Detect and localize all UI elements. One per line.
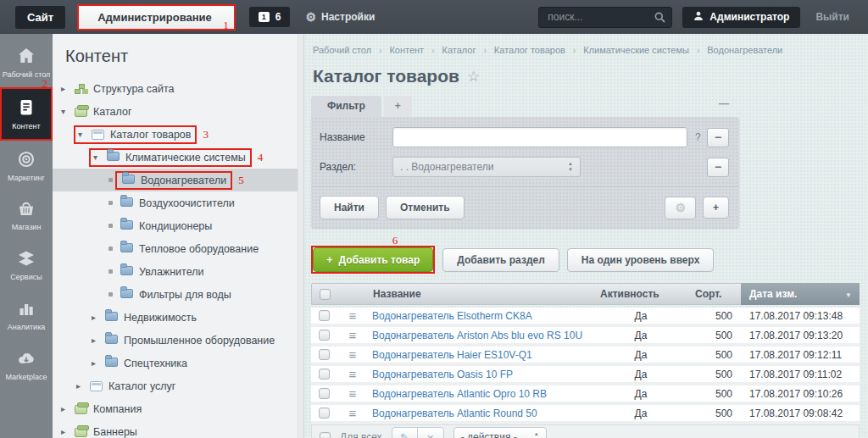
search-input[interactable] [538,7,672,28]
sidebar-item-marketing[interactable]: Маркетинг [0,141,53,191]
sort-desc-icon[interactable] [845,288,852,300]
add-product-button[interactable]: + Добавить товар [313,247,433,272]
sidebar-item-shop[interactable]: Магазин [0,190,53,240]
sidebar-item-analytics[interactable]: Аналитика [0,290,53,340]
row-checkbox[interactable] [319,349,330,360]
cancel-button[interactable]: Отменить [386,196,465,219]
notifications-button[interactable]: 1 6 [249,7,291,27]
user-label: Администратор [709,11,789,23]
filter-settings-button[interactable] [665,197,696,219]
product-link[interactable]: Водонагреватель Oasis 10 FP [372,369,513,380]
remove-name-filter-button[interactable]: − [707,128,729,147]
tree-item-banners[interactable]: Баннеры [53,420,298,438]
chevron-right-icon[interactable] [92,336,103,345]
cell-sort: 500 [688,347,741,363]
chevron-right-icon[interactable] [92,359,103,368]
breadcrumb-item[interactable]: Рабочий стол [313,45,371,55]
sidebar-item-label: Контент [12,122,40,131]
breadcrumb-item[interactable]: Каталог [442,45,476,55]
filter-tab[interactable]: Фильтр [311,96,381,117]
user-menu-button[interactable]: Администратор [682,7,800,28]
row-menu-icon[interactable] [349,309,357,322]
chevron-down-icon[interactable] [78,130,89,139]
table-footer: Для всех - действия - [311,424,860,438]
chevron-right-icon[interactable] [61,405,72,413]
chevron-right-icon[interactable] [76,382,87,391]
add-section-button[interactable]: Добавить раздел [442,248,559,272]
row-menu-icon[interactable] [349,387,357,400]
name-filter-input[interactable] [392,127,687,147]
row-checkbox[interactable] [319,369,330,380]
chevron-right-icon[interactable] [61,85,72,93]
help-icon[interactable]: ? [695,131,701,143]
column-header-sort[interactable]: Сорт. [688,284,741,304]
row-menu-icon[interactable] [349,368,357,380]
product-link[interactable]: Водонагреватель Haier ES10V-Q1 [372,349,532,361]
panel-splitter[interactable] [298,34,304,438]
row-checkbox[interactable] [319,408,330,419]
tree-item-air-purifiers[interactable]: Воздухоочистители [53,191,298,214]
column-header-date[interactable]: Дата изм. [741,283,860,305]
column-header-active[interactable]: Активность [593,284,688,304]
tree-item-air-conditioners[interactable]: Кондиционеры [53,214,298,237]
sidebar-item-content[interactable]: 2 Контент [0,87,53,141]
bullet-icon [107,224,118,228]
tree-item-water-heaters[interactable]: Водонагреватели 5 [53,169,298,191]
tree-item-climate-systems[interactable]: Климатические системы 4 [53,146,298,169]
level-up-button[interactable]: На один уровень вверх [567,248,715,272]
tree-item-catalog[interactable]: Каталог [53,100,298,123]
tree-item-heating-equipment[interactable]: Тепловое оборудование [53,237,298,260]
row-checkbox[interactable] [319,388,330,399]
tree-item-industrial-equipment[interactable]: Промышленное оборудование [53,329,298,352]
section-select[interactable]: . . Водонагреватели [392,157,581,177]
for-all-checkbox[interactable] [320,432,331,438]
delete-button[interactable] [418,428,443,438]
star-icon[interactable] [467,68,480,86]
chevron-right-icon[interactable] [61,428,72,436]
settings-button[interactable]: Настройки [305,11,375,23]
tree-item-product-catalog[interactable]: Каталог товаров 3 [53,123,298,146]
product-link[interactable]: Водонагреватель Atlantic Opro 10 RB [372,388,547,400]
tree-item-company[interactable]: Компания [53,397,298,420]
site-tab[interactable]: Сайт [15,6,65,29]
breadcrumb-item[interactable]: Климатические системы [583,45,689,55]
annotation-number-4: 4 [258,152,264,163]
section-select-value: . . Водонагреватели [400,161,493,173]
actions-select[interactable]: - действия - [453,427,547,438]
tree-item-real-estate[interactable]: Недвижимость [53,306,298,329]
folder-icon [105,312,118,321]
product-link[interactable]: Водонагреватель Elsotherm CK8A [372,310,532,322]
breadcrumb-item[interactable]: Каталог товаров [494,45,565,55]
chevron-right-icon[interactable] [92,313,103,322]
chevron-down-icon[interactable] [61,108,72,116]
breadcrumb-item[interactable]: Контент [389,45,424,55]
tree-item-special-machinery[interactable]: Спецтехника [53,352,298,374]
row-menu-icon[interactable] [349,407,357,419]
breadcrumb-item[interactable]: Водонагреватели [707,45,782,55]
row-checkbox[interactable] [319,310,330,321]
column-header-name[interactable]: Название [370,284,593,304]
product-link[interactable]: Водонагреватель Ariston Abs blu evo RS 1… [372,330,582,341]
product-link[interactable]: Водонагреватель Atlantic Round 50 [372,408,537,419]
add-filter-field-button[interactable]: + [703,197,729,219]
sidebar-item-services[interactable]: Сервисы [0,240,53,290]
tree-item-site-structure[interactable]: Структура сайта [53,77,298,100]
bullet-icon [107,201,118,205]
row-checkbox[interactable] [319,330,330,341]
row-menu-icon[interactable] [349,348,357,361]
tree-item-humidifiers[interactable]: Увлажнители [53,260,298,283]
annotation-number-5: 5 [238,175,244,186]
logout-link[interactable]: Выйти [815,11,849,23]
row-menu-icon[interactable] [349,329,357,341]
find-button[interactable]: Найти [320,196,379,219]
select-all-checkbox[interactable] [320,289,331,300]
edit-button[interactable] [392,428,418,438]
remove-section-filter-button[interactable]: − [707,158,729,177]
tree-item-service-catalog[interactable]: Каталог услуг [53,374,298,397]
minimize-filter-button[interactable]: — [719,97,729,109]
tree-item-water-filters[interactable]: Фильтры для воды [53,283,298,306]
add-filter-tab-button[interactable]: + [384,96,412,117]
admin-tab[interactable]: Администрирование [79,6,234,29]
chevron-down-icon[interactable] [93,153,104,162]
sidebar-item-marketplace[interactable]: Marketplace [0,340,53,390]
